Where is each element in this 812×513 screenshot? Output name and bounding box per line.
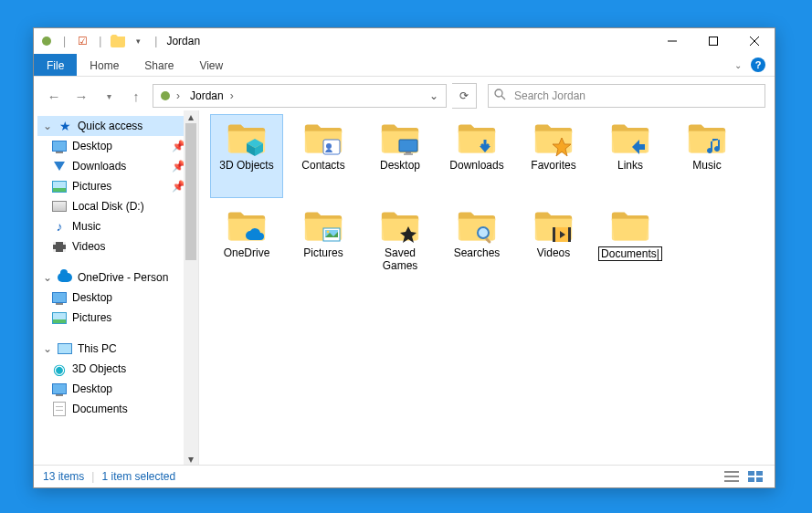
search-overlay-icon [475,225,495,245]
close-button[interactable] [733,28,775,54]
nav-item-local-disk-d-[interactable]: Local Disk (D:) [37,196,198,216]
svg-marker-14 [480,146,490,152]
breadcrumb-root[interactable]: › [157,89,186,102]
chevron-right-icon[interactable]: › [227,89,237,102]
nav-item-label: Pictures [72,180,111,193]
refresh-button[interactable]: ⟳ [452,83,477,109]
nav-item-music[interactable]: ♪Music [37,216,198,236]
folder-item-favorites[interactable]: Favorites [517,114,590,198]
user-icon [161,91,170,100]
scroll-up-icon[interactable]: ▴ [184,110,198,123]
tab-share[interactable]: Share [132,54,186,76]
folder-item-desktop[interactable]: Desktop [364,114,437,198]
file-explorer-window: | ☑ | ▾ | Jordan File Home Share View ⌄ … [33,27,775,488]
minimize-button[interactable] [651,28,692,54]
scroll-thumb[interactable] [185,123,196,260]
window-title: Jordan [166,35,200,47]
address-bar[interactable]: › Jordan› ⌄ [153,84,447,108]
maximize-button[interactable] [692,28,733,54]
item-label: Saved Games [365,246,435,272]
items-view[interactable]: 3D ObjectsContactsDesktopDownloadsFavori… [199,110,775,466]
svg-line-5 [501,96,505,99]
nav-item-3d-objects[interactable]: ◉3D Objects [37,359,198,379]
nav-onedrive[interactable]: ⌄ OneDrive - Person [37,267,198,288]
separator: | [99,35,101,47]
folder-item-3d-objects[interactable]: 3D Objects [210,114,283,198]
folder-item-music[interactable]: Music [670,114,743,198]
pic-icon [52,310,67,325]
nav-item-label: 3D Objects [72,362,126,375]
separator: | [154,35,157,47]
nav-this-pc[interactable]: ⌄ This PC [37,339,198,359]
folder-item-documents[interactable]: Documents [594,202,667,286]
nav-item-desktop[interactable]: Desktop📌 [37,136,198,156]
folder-item-searches[interactable]: Searches [440,202,513,286]
svg-rect-1 [709,37,717,46]
up-button[interactable]: ↑ [125,85,147,107]
nav-scrollbar[interactable]: ▴ ▾ [184,110,198,466]
large-icons-view-button[interactable] [745,469,765,484]
rename-input[interactable]: Documents [598,246,662,261]
folder-item-contacts[interactable]: Contacts [287,114,360,198]
qat-dropdown-icon[interactable]: ▾ [131,34,145,48]
tab-home[interactable]: Home [77,54,132,76]
chevron-down-icon[interactable]: ⌄ [43,120,52,132]
nav-item-label: Desktop [72,291,112,304]
nav-item-pictures[interactable]: Pictures📌 [37,176,198,196]
games-overlay-icon [398,225,418,245]
folder-icon [455,119,499,159]
checkbox-icon[interactable]: ☑ [75,34,90,48]
search-box[interactable]: Search Jordan [488,84,765,108]
ribbon-expand-icon[interactable]: ⌄ [734,60,742,70]
title-bar: | ☑ | ▾ | Jordan [34,28,775,54]
nav-item-label: Pictures [72,311,111,324]
tab-file[interactable]: File [34,54,77,76]
nav-item-videos[interactable]: Videos [37,236,198,256]
folder-item-pictures[interactable]: Pictures [287,202,360,286]
nav-item-pictures[interactable]: Pictures [37,308,198,328]
nav-item-downloads[interactable]: Downloads📌 [37,156,198,176]
folder-icon [532,206,575,246]
folder-item-links[interactable]: Links [594,114,667,198]
svg-rect-26 [724,476,739,477]
nav-item-label: Documents [72,403,128,415]
details-view-button[interactable] [722,469,742,484]
search-placeholder: Search Jordan [514,89,585,102]
nav-item-desktop[interactable]: Desktop [37,288,198,308]
pc-icon [58,341,72,356]
nav-item-documents[interactable]: Documents [37,399,198,419]
folder-item-downloads[interactable]: Downloads [440,114,513,198]
nav-quick-access[interactable]: ⌄ ★ Quick access [37,116,198,136]
address-dropdown-icon[interactable]: ⌄ [426,89,442,102]
music-icon: ♪ [52,219,67,234]
down-icon [52,159,67,173]
separator: | [63,35,66,47]
chevron-down-icon[interactable]: ⌄ [43,342,52,355]
chevron-right-icon[interactable]: › [174,89,183,102]
tab-file-label: File [47,59,64,72]
svg-rect-28 [748,471,754,476]
item-label: Desktop [380,159,420,172]
qat: | ☑ | ▾ | [39,34,161,48]
nav-item-desktop[interactable]: Desktop [37,379,198,399]
chevron-down-icon[interactable]: ⌄ [43,271,52,284]
folder-icon [301,206,345,246]
svg-point-10 [326,143,332,149]
status-count: 13 items [43,470,84,483]
svg-rect-27 [724,480,739,482]
disk-icon [52,199,67,214]
help-icon[interactable]: ? [751,58,765,72]
cube-overlay-icon [245,137,265,157]
folder-item-saved-games[interactable]: Saved Games [364,202,437,286]
breadcrumb-item[interactable]: Jordan› [186,89,240,102]
scroll-down-icon[interactable]: ▾ [184,453,198,466]
back-button[interactable]: ← [43,85,65,107]
tab-home-label: Home [90,59,119,72]
svg-point-20 [478,227,489,238]
video-icon [52,239,67,254]
forward-button[interactable]: → [70,85,92,107]
folder-item-videos[interactable]: Videos [517,202,590,286]
folder-item-onedrive[interactable]: OneDrive [210,202,283,286]
recent-locations-icon[interactable]: ▾ [98,85,120,107]
tab-view[interactable]: View [186,54,236,76]
